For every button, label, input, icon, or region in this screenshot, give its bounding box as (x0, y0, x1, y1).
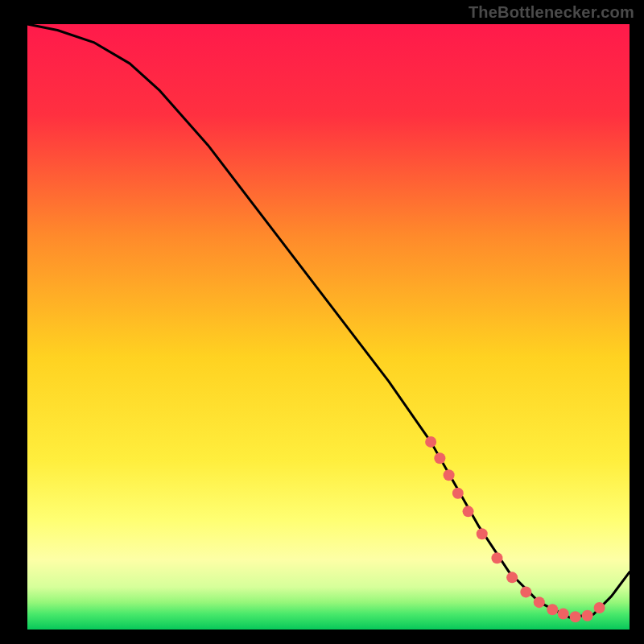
chart-svg (0, 0, 644, 644)
chart-stage: TheBottlenecker.com (0, 0, 644, 644)
highlight-dot (425, 436, 436, 448)
highlight-dot (477, 528, 488, 539)
highlight-dot (520, 586, 531, 597)
highlight-dot (506, 572, 518, 583)
highlight-dot (491, 552, 502, 564)
highlight-dot (582, 610, 593, 621)
highlight-dot (558, 608, 569, 619)
highlight-dot (594, 602, 605, 613)
highlight-dot (547, 604, 558, 615)
highlight-dot (570, 611, 581, 622)
gradient-background (27, 24, 630, 630)
highlight-dot (452, 488, 464, 499)
highlight-dot (534, 597, 545, 608)
highlight-dot (434, 452, 445, 464)
highlight-dot (444, 469, 455, 481)
highlight-dot (463, 506, 474, 517)
watermark-text: TheBottlenecker.com (469, 3, 634, 22)
